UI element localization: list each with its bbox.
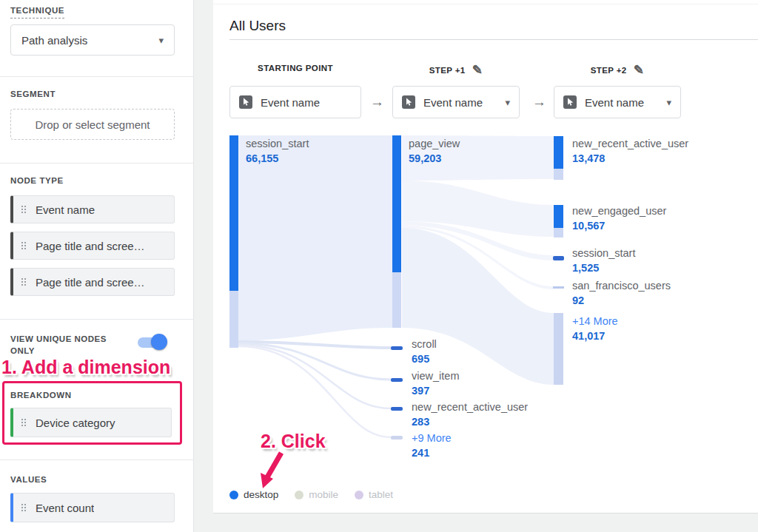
drag-handle-icon[interactable] [21,241,27,250]
toggle-knob [151,334,167,350]
values-chip-event-count[interactable]: Event count [10,493,175,522]
sankey-node-bar-san-francisco-users[interactable] [553,286,564,289]
segment-dropzone[interactable]: Drop or select segment [10,109,175,140]
sankey-node-bar-new-recent-active-user[interactable] [391,407,403,411]
node-value: 695 [412,351,437,366]
sankey-node-bar-page-view-rest[interactable] [392,272,401,328]
node-label-scroll: scroll 695 [412,337,437,366]
divider [0,76,194,77]
node-value: 283 [412,414,528,429]
node-name: session_start [246,136,309,151]
drag-handle-icon[interactable] [21,277,27,286]
node-type-chip-page-title-1[interactable]: Page title and scree… [10,232,175,260]
sankey-node-tail [554,169,563,180]
sankey-node-bar-view-item[interactable] [391,378,403,382]
divider [0,319,194,320]
sankey-node-bar-session-start-2[interactable] [553,256,564,260]
node-value: 1,525 [572,260,635,275]
node-type-chip-page-title-2[interactable]: Page title and scree… [10,268,175,296]
sankey-node-bar-new-engaged-user[interactable] [554,205,563,228]
technique-select[interactable]: Path analysis [10,24,175,55]
segment-label: SEGMENT [10,90,56,98]
node-name: new_engaged_user [572,203,666,218]
annotation-arrow-icon [255,450,289,490]
legend-label: mobile [309,489,338,500]
node-label-9-more: +9 More 241 [412,431,452,460]
chip-label: Device category [36,417,115,429]
sankey-node-bar-session-start-rest[interactable] [229,291,238,348]
unique-nodes-toggle[interactable] [138,334,167,351]
node-label-san-francisco-users: san_francisco_users 92 [572,278,671,308]
chip-label: Event name [36,203,95,216]
divider [0,459,194,460]
node-name: session_start [572,246,635,260]
breakdown-legend: desktop mobile tablet [229,489,393,500]
chevron-down-icon [158,35,164,46]
node-name: page_view [409,136,460,151]
technique-value: Path analysis [21,34,87,47]
legend-label: tablet [369,489,393,500]
sankey-node-tail [554,228,563,238]
segment-dropzone-text: Drop or select segment [35,118,150,131]
node-name: view_item [412,368,459,383]
node-label-new-recent-active-user: new_recent_active_user 283 [412,400,528,429]
drag-handle-icon[interactable] [21,205,27,214]
sankey-node-bar-9-more[interactable] [391,436,403,440]
node-name: san_francisco_users [572,278,671,293]
breakdown-chip-device-category[interactable]: Device category [10,408,172,437]
node-value: 241 [412,445,452,460]
legend-dot-tablet [355,491,363,499]
node-label-new-recent-active-user-2: new_recent_active_user 13,478 [572,136,688,166]
node-label-session-start-2: session_start 1,525 [572,246,635,275]
sankey-node-bar-page-view[interactable] [392,135,401,272]
node-type-chip-event-name[interactable]: Event name [10,195,175,223]
ga4-explorations-app: TECHNIQUE Path analysis SEGMENT Drop or … [0,0,758,532]
node-label-view-item: view_item 397 [412,368,459,398]
chip-label: Event count [36,502,94,514]
sankey-node-bar-new-recent-active-user-2[interactable] [554,136,563,169]
divider [0,163,194,164]
node-label-new-engaged-user: new_engaged_user 10,567 [572,203,666,233]
unique-nodes-label: VIEW UNIQUE NODES ONLY [10,333,121,357]
node-value: 13,478 [572,151,688,166]
technique-label: TECHNIQUE [10,6,64,15]
chip-label: Page title and scree… [36,240,145,252]
node-value: 92 [572,293,671,308]
settings-sidebar: TECHNIQUE Path analysis SEGMENT Drop or … [0,0,194,532]
node-type-label: NODE TYPE [10,176,64,185]
drag-handle-icon[interactable] [21,418,27,427]
path-analysis-canvas: All Users STARTING POINT STEP +1 STEP +2… [213,0,758,514]
node-value: 66,155 [246,151,309,166]
chip-label: Page title and scree… [36,276,145,289]
node-label-14-more: +14 More 41,017 [572,314,618,343]
values-label: VALUES [10,475,47,484]
drag-handle-icon[interactable] [21,503,27,512]
legend-item-desktop[interactable]: desktop [229,489,278,500]
more-link[interactable]: +9 More [412,431,452,445]
node-label-page-view: page_view 59,203 [409,136,460,166]
node-value: 397 [412,383,459,398]
legend-dot-desktop [229,491,238,499]
sankey-node-bar-scroll[interactable] [391,346,403,350]
node-name: scroll [412,337,437,351]
annotation-add-dimension: 1. Add a dimension [1,357,170,378]
legend-dot-mobile [295,491,303,499]
node-value: 59,203 [409,151,460,166]
node-name: new_recent_active_user [412,400,528,414]
node-value: 10,567 [572,218,666,233]
node-label-session-start: session_start 66,155 [246,136,309,166]
sankey-node-bar-session-start[interactable] [229,135,238,291]
breakdown-label: BREAKDOWN [10,391,72,400]
node-name: new_recent_active_user [572,136,688,151]
more-link[interactable]: +14 More [572,314,618,329]
annotation-click: 2. Click [261,431,326,452]
sankey-node-bar-14-more[interactable] [554,313,563,385]
legend-item-tablet[interactable]: tablet [355,489,393,500]
legend-label: desktop [244,489,278,500]
node-value: 41,017 [572,329,618,343]
legend-item-mobile[interactable]: mobile [295,489,338,500]
